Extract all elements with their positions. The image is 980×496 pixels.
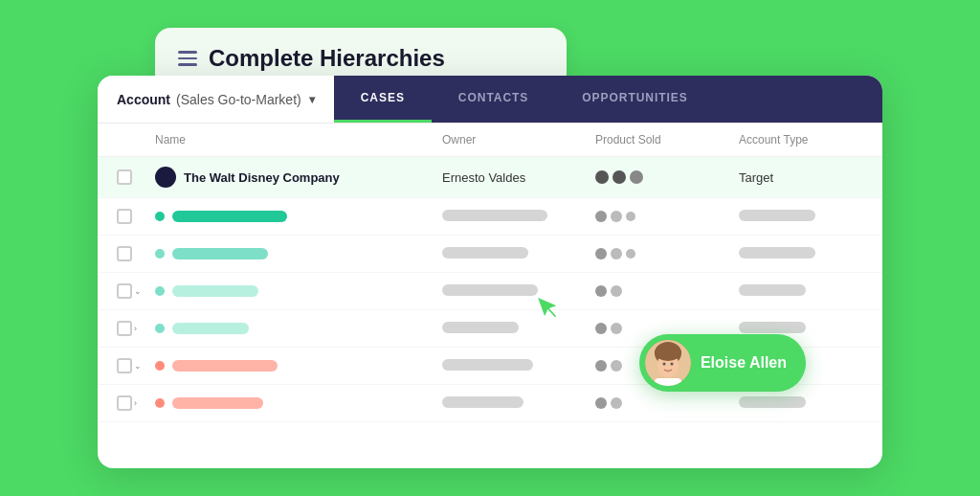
- name-pill: [172, 323, 249, 334]
- owner-pill: [442, 396, 523, 408]
- row-owner: [442, 245, 595, 262]
- product-dot: [595, 248, 607, 259]
- tabs-container: CASES CONTACTS OPPORTUNITIES: [334, 76, 882, 123]
- table-header: Name Owner Product Sold Account Type: [98, 124, 882, 157]
- product-dots: [595, 170, 739, 184]
- account-selector[interactable]: Account (Sales Go-to-Market) ▾: [98, 76, 334, 123]
- product-dot: [626, 249, 635, 259]
- expand-icon[interactable]: ›: [134, 398, 137, 408]
- product-dot: [611, 397, 622, 409]
- account-sub: (Sales Go-to-Market): [176, 92, 301, 107]
- row-owner: [442, 357, 595, 374]
- col-name: Name: [155, 133, 442, 147]
- owner-pill: [442, 359, 533, 371]
- product-dot-1: [595, 170, 609, 184]
- row-owner: [442, 395, 595, 412]
- owner-pill: [442, 210, 547, 221]
- name-pill: [172, 285, 258, 297]
- row-indicator: [155, 324, 165, 333]
- product-dot-3: [630, 170, 643, 184]
- row-name-cell: [155, 248, 442, 259]
- row-indicator: [155, 212, 165, 221]
- company-icon: [155, 167, 176, 188]
- row-name-cell: [155, 211, 442, 222]
- product-dot: [595, 360, 607, 372]
- product-dots: [595, 323, 739, 334]
- row-account-type: [739, 245, 863, 262]
- svg-point-5: [670, 363, 673, 366]
- eloise-badge: Eloise Allen: [639, 334, 806, 392]
- col-product-sold: Product Sold: [595, 133, 739, 147]
- owner-pill: [442, 284, 538, 296]
- type-pill: [739, 210, 815, 221]
- svg-point-4: [662, 363, 665, 366]
- product-dot: [595, 397, 607, 409]
- expand-icon[interactable]: ⌄: [134, 361, 142, 371]
- product-dot: [611, 248, 622, 259]
- name-pill: [172, 360, 278, 372]
- row-checkbox[interactable]: [117, 395, 132, 411]
- table-row: [98, 236, 882, 273]
- account-name: Account: [117, 92, 170, 107]
- row-account-type: [739, 208, 863, 225]
- scene: Complete Hierarchies Account (Sales Go-t…: [98, 28, 882, 468]
- row-owner: [442, 208, 595, 225]
- product-dot-2: [612, 170, 626, 184]
- row-account-type: Target: [739, 169, 863, 186]
- row-checkbox[interactable]: [117, 321, 132, 336]
- row-checkbox[interactable]: [117, 358, 132, 373]
- product-dots: [595, 248, 739, 259]
- row-checkbox[interactable]: [117, 283, 132, 299]
- product-dot: [611, 323, 622, 334]
- tab-contacts[interactable]: CONTACTS: [432, 76, 555, 123]
- row-name-cell: The Walt Disney Company: [155, 167, 442, 188]
- row-name-cell: [155, 397, 442, 409]
- product-dot: [611, 285, 622, 297]
- main-card: Account (Sales Go-to-Market) ▾ CASES CON…: [98, 76, 882, 468]
- col-checkbox: [117, 133, 155, 147]
- row-owner: [442, 282, 595, 300]
- product-dots: [595, 285, 739, 297]
- row-owner: Ernesto Valdes: [442, 169, 595, 186]
- product-dot: [595, 211, 607, 222]
- owner-pill: [442, 247, 528, 259]
- type-pill: [739, 284, 806, 296]
- tab-cases[interactable]: CASES: [334, 76, 432, 123]
- product-dot: [611, 360, 622, 372]
- row-name-cell: [155, 360, 442, 372]
- product-dot: [626, 212, 635, 221]
- product-dot: [595, 323, 607, 334]
- page-title: Complete Hierarchies: [209, 45, 445, 72]
- table-row: The Walt Disney Company Ernesto Valdes T…: [98, 157, 882, 198]
- eloise-avatar: [645, 340, 691, 386]
- row-name-cell: [155, 285, 442, 297]
- company-name: The Walt Disney Company: [184, 170, 340, 185]
- row-checkbox[interactable]: [117, 246, 132, 261]
- table-row: ⌄: [98, 273, 882, 310]
- row-indicator: [155, 286, 165, 296]
- tab-opportunities[interactable]: OPPORTUNITIES: [555, 76, 715, 123]
- product-dot: [611, 211, 622, 222]
- tab-bar: Account (Sales Go-to-Market) ▾ CASES CON…: [98, 76, 882, 124]
- svg-rect-6: [655, 378, 681, 386]
- row-indicator: [155, 361, 165, 371]
- product-dots: [595, 211, 739, 222]
- name-pill: [172, 211, 287, 222]
- svg-point-3: [655, 344, 681, 361]
- row-indicator: [155, 398, 165, 408]
- type-pill: [739, 396, 806, 408]
- row-account-type: [739, 282, 863, 300]
- chevron-down-icon: ▾: [309, 93, 315, 106]
- row-owner: [442, 320, 595, 337]
- col-account-type: Account Type: [739, 133, 863, 147]
- col-owner: Owner: [442, 133, 595, 147]
- name-pill: [172, 397, 263, 409]
- name-pill: [172, 248, 268, 259]
- row-account-type: [739, 395, 863, 412]
- product-dots: [595, 397, 739, 409]
- row-checkbox[interactable]: [117, 209, 132, 224]
- type-pill: [739, 322, 806, 333]
- expand-icon[interactable]: ⌄: [134, 286, 142, 296]
- expand-icon[interactable]: ›: [134, 324, 137, 333]
- row-checkbox[interactable]: [117, 169, 132, 185]
